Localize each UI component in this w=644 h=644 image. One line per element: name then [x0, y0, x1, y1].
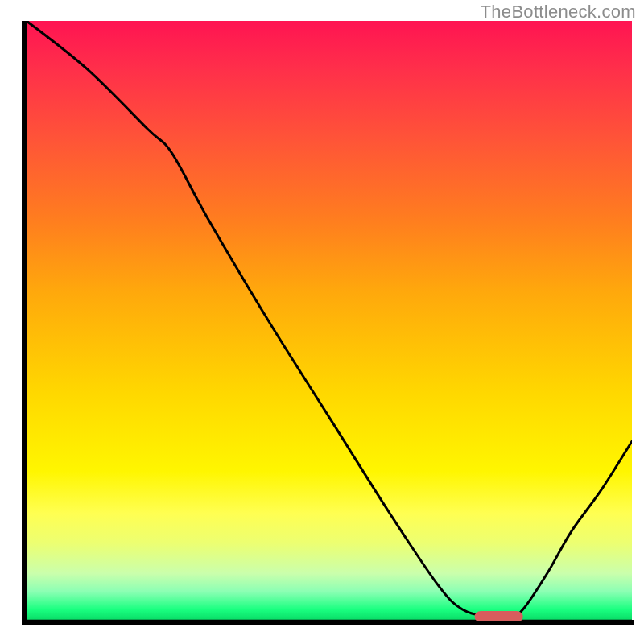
- plot-overlay: [27, 21, 632, 621]
- watermark-text: TheBottleneck.com: [481, 2, 636, 23]
- chart-frame: TheBottleneck.com: [0, 0, 644, 644]
- optimum-marker: [475, 611, 523, 621]
- bottleneck-curve: [27, 21, 632, 616]
